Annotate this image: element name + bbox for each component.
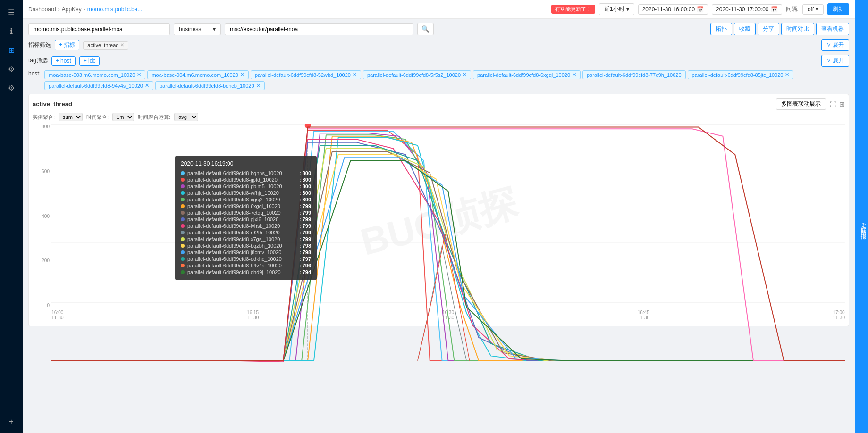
sidebar-settings-icon[interactable]: ⚙ [4, 61, 19, 76]
tooltip-dot [181, 250, 185, 254]
tag-close-icon[interactable]: ✕ [120, 42, 124, 48]
tooltip-items-container: parallel-default-6ddf99cfd8-hqnns_10020 … [181, 170, 311, 275]
check-machine-button[interactable]: 查看机器 [816, 23, 849, 35]
app-search-input[interactable] [28, 23, 170, 35]
tooltip-item-label: parallel-default-6ddf99cfd8-94v4s_10020 [187, 263, 296, 268]
tooltip-item-label: parallel-default-6ddf99cfd8-ddkhc_10020 [187, 256, 296, 262]
tooltip-item: parallel-default-6ddf99cfd8-j8cmv_10020 … [181, 249, 311, 256]
calc-select[interactable]: avgsum [174, 113, 198, 121]
tooltip-dot [181, 178, 185, 182]
chart-expand-icon[interactable]: ⛶ [830, 100, 836, 108]
tag-filter-row: tag筛选 + host + idc ∨ 展开 [28, 55, 849, 67]
chart-settings-icon[interactable]: ⊞ [839, 100, 845, 108]
content-area: business ▾ 🔍 拓扑 收藏 分享 时间对比 查看机器 指标筛选 + 指… [23, 19, 855, 433]
tag-label: active_thread [87, 42, 118, 48]
tooltip-item-label: parallel-default-6ddf99cfd8-xgsj2_10020 [187, 197, 296, 202]
y-axis: 800 600 400 200 0 [33, 124, 51, 308]
search-button[interactable]: 🔍 [417, 23, 434, 35]
sidebar-grid-icon[interactable]: ⊞ [4, 42, 19, 58]
time-range-label: 近1小时 [604, 5, 624, 13]
breadcrumb-current[interactable]: momo.mis.public.ba... [87, 6, 143, 13]
host-tag-label-0: moa-base-003.m6.momo.com_10020 [49, 72, 135, 78]
tooltip-item-label: parallel-default-6ddf99cfd8-r92fh_10020 [187, 230, 296, 235]
tooltip-item-value: : 799 [299, 216, 311, 222]
host-tag-close-0[interactable]: ✕ [137, 72, 141, 78]
chart-section: active_thread 多图表联动展示 ⛶ ⊞ 实例聚合: sumavg 时… [28, 94, 849, 326]
shoucang-button[interactable]: 收藏 [734, 23, 756, 35]
tooltip-item-value: : 800 [299, 190, 311, 196]
tooltip-dot [181, 237, 185, 241]
tooltip-item: parallel-default-6ddf99cfd8-jjptd_10020 … [181, 176, 311, 183]
interval-value: off [808, 6, 814, 13]
tooltip-title: 2020-11-30 16:19:00 [181, 160, 311, 167]
tooltip-item: parallel-default-6ddf99cfd8-ddkhc_10020 … [181, 256, 311, 262]
tooltip-item-label: parallel-default-6ddf99cfd8-lvhsb_10020 [187, 223, 296, 229]
sidebar: ☰ ℹ ⊞ ⚙ ⚙ + [0, 0, 23, 433]
expand-button-1[interactable]: ∨ 展开 [821, 39, 849, 51]
metric-filter-row: 指标筛选 + 指标 active_thread ✕ ∨ 展开 [28, 39, 849, 51]
chart-svg [51, 124, 845, 362]
host-tag-close-8[interactable]: ✕ [256, 83, 261, 89]
time-range-chevron: ▾ [626, 6, 629, 13]
tuopu-button[interactable]: 拓扑 [710, 23, 732, 35]
time-range-selector[interactable]: 近1小时 ▾ [599, 3, 634, 15]
topbar: Dashboard › AppKey › momo.mis.public.ba.… [23, 0, 855, 19]
interval-chevron: ▾ [816, 6, 818, 13]
fenxiang-button[interactable]: 分享 [758, 23, 779, 35]
breadcrumb-dashboard[interactable]: Dashboard [28, 6, 56, 13]
time-compare-button[interactable]: 时间对比 [781, 23, 814, 35]
add-metric-button[interactable]: + 指标 [55, 40, 79, 50]
metric-tag-active-thread: active_thread ✕ [83, 41, 128, 50]
y-label-600: 600 [42, 169, 50, 174]
refresh-button[interactable]: 刷新 [827, 3, 849, 15]
time-start-input[interactable]: 2020-11-30 16:00:00 📅 [638, 4, 708, 15]
instance-agg-select[interactable]: sumavg [59, 113, 83, 121]
calc-label: 时间聚合运算: [138, 114, 170, 121]
host-tag-close-1[interactable]: ✕ [240, 72, 244, 78]
breadcrumb-sep1: › [58, 6, 60, 13]
sidebar-info-icon[interactable]: ℹ [4, 24, 19, 39]
sidebar-settings2-icon[interactable]: ⚙ [4, 80, 19, 95]
time-agg-select[interactable]: 1m5m [112, 113, 134, 121]
tag-filter-label: tag筛选 [28, 57, 48, 65]
instance-agg-label: 实例聚合: [33, 114, 55, 121]
host-tag-close-2[interactable]: ✕ [353, 72, 357, 78]
tooltip-dot [181, 257, 185, 261]
sidebar-menu-icon[interactable]: ☰ [4, 5, 19, 20]
tooltip-item-value: : 799 [299, 203, 311, 209]
add-idc-button[interactable]: + idc [79, 56, 100, 66]
update-badge[interactable]: 有功能更新了！ [551, 5, 595, 14]
search-row: business ▾ 🔍 拓扑 收藏 分享 时间对比 查看机器 [28, 23, 849, 35]
x-label-4: 17:0011-30 [833, 310, 845, 320]
host-tag-close-4[interactable]: ✕ [572, 72, 576, 78]
host-tag-label-7: parallel-default-6ddf99cfd8-94v4s_10020 [49, 83, 143, 89]
host-tag-label-5: parallel-default-6ddf99cfd8-77c9h_10020 [587, 72, 682, 78]
host-tag-close-3[interactable]: ✕ [463, 72, 467, 78]
tooltip-item: parallel-default-6ddf99cfd8-94v4s_10020 … [181, 262, 311, 269]
expand-button-2[interactable]: ∨ 展开 [821, 55, 849, 67]
host-tag-label-4: parallel-default-6ddf99cfd8-6xgql_10020 [477, 72, 570, 78]
multi-chart-button[interactable]: 多图表联动展示 [776, 98, 826, 110]
add-host-button[interactable]: + host [51, 56, 76, 66]
host-tags-container: moa-base-003.m6.momo.com_10020 ✕ moa-bas… [44, 70, 849, 90]
tooltip-item-value: : 800 [299, 197, 311, 202]
path-search-input[interactable] [225, 23, 413, 35]
tooltip-dot [181, 264, 185, 267]
host-tag-close-6[interactable]: ✕ [785, 72, 789, 78]
host-tag-close-7[interactable]: ✕ [145, 83, 149, 89]
host-tag-1: moa-base-004.m6.momo.com_10020 ✕ [147, 70, 248, 79]
y-label-800: 800 [42, 124, 50, 129]
time-agg-label: 时间聚合: [86, 114, 109, 121]
breadcrumb-appkey[interactable]: AppKey [62, 6, 82, 13]
right-panel-nav[interactable]: 导航&帮助&情报 [859, 221, 868, 232]
calendar-icon: 📅 [697, 6, 704, 13]
metric-filter-label: 指标筛选 [28, 41, 51, 49]
business-select[interactable]: business ▾ [174, 23, 221, 35]
time-end-input[interactable]: 2020-11-30 17:00:00 📅 [712, 4, 782, 15]
tooltip-item-value: : 794 [299, 269, 311, 275]
tooltip-dot [181, 224, 185, 228]
tooltip-item: parallel-default-6ddf99cfd8-bqzbh_10020 … [181, 242, 311, 249]
interval-selector[interactable]: off ▾ [802, 4, 824, 15]
y-label-200: 200 [42, 258, 50, 263]
sidebar-add-icon[interactable]: + [4, 414, 19, 429]
